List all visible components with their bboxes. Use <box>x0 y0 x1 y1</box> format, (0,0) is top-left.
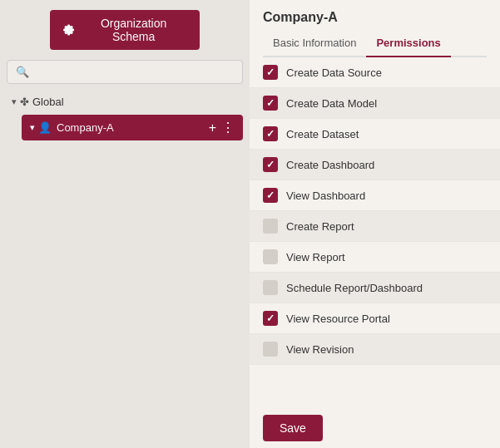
checkbox-0[interactable] <box>263 65 278 80</box>
company-label: Company-A <box>57 121 114 134</box>
company-chevron-icon: ▾ <box>30 122 35 133</box>
checkbox-4[interactable] <box>263 188 278 203</box>
perm-label-9: View Revision <box>286 343 354 356</box>
checkbox-7[interactable] <box>263 280 278 295</box>
left-panel: Organization Schema ▾ ✤ Global ▾ 👤 Compa… <box>0 0 250 448</box>
perm-row-1: Create Data Model <box>250 88 500 119</box>
perm-label-8: View Resource Portal <box>286 313 390 325</box>
tab-permissions[interactable]: Permissions <box>366 30 450 57</box>
perm-row-8: View Resource Portal <box>250 303 500 334</box>
perm-row-5: Create Report <box>250 211 500 242</box>
checkbox-1[interactable] <box>263 96 278 111</box>
perm-label-2: Create Dataset <box>286 128 359 140</box>
perm-label-0: Create Data Source <box>286 66 382 79</box>
checkbox-5[interactable] <box>263 219 278 234</box>
tree-item-company[interactable]: ▾ 👤 Company-A + ⋮ <box>22 115 243 140</box>
save-button[interactable]: Save <box>263 415 323 441</box>
perm-row-2: Create Dataset <box>250 119 500 150</box>
tree-area: ▾ ✤ Global ▾ 👤 Company-A + ⋮ <box>7 92 243 438</box>
chevron-down-icon: ▾ <box>12 96 17 107</box>
checkbox-8[interactable] <box>263 311 278 326</box>
perm-label-4: View Dashboard <box>286 190 365 202</box>
action-icons: + ⋮ <box>209 120 235 135</box>
checkbox-9[interactable] <box>263 342 278 357</box>
perm-row-9: View Revision <box>250 334 500 365</box>
perm-row-0: Create Data Source <box>250 57 500 88</box>
tree-item-global[interactable]: ▾ ✤ Global <box>7 92 243 111</box>
company-icon: 👤 <box>38 121 52 134</box>
perm-label-7: Schedule Report/Dashboard <box>286 282 423 294</box>
tab-basic-information[interactable]: Basic Information <box>263 30 366 57</box>
add-icon[interactable]: + <box>209 121 216 135</box>
permissions-list: Create Data SourceCreate Data ModelCreat… <box>250 57 500 408</box>
perm-row-7: Schedule Report/Dashboard <box>250 273 500 303</box>
perm-label-3: Create Dashboard <box>286 159 374 171</box>
right-header: Company-A <box>250 0 500 25</box>
perm-label-6: View Report <box>286 251 345 263</box>
tabs: Basic Information Permissions <box>263 30 487 57</box>
org-schema-button[interactable]: Organization Schema <box>50 10 200 50</box>
gear-icon <box>63 24 74 36</box>
right-panel: Company-A Basic Information Permissions … <box>250 0 500 448</box>
org-schema-label: Organization Schema <box>81 17 186 43</box>
global-icon: ✤ <box>20 96 29 108</box>
perm-row-3: Create Dashboard <box>250 150 500 180</box>
perm-label-5: Create Report <box>286 220 354 233</box>
perm-row-6: View Report <box>250 242 500 273</box>
search-input[interactable] <box>7 60 243 84</box>
checkbox-6[interactable] <box>263 249 278 264</box>
checkbox-2[interactable] <box>263 126 278 141</box>
more-icon[interactable]: ⋮ <box>221 120 235 135</box>
global-label: Global <box>32 96 64 108</box>
perm-label-1: Create Data Model <box>286 97 377 110</box>
perm-row-4: View Dashboard <box>250 180 500 211</box>
page-title: Company-A <box>263 10 338 24</box>
checkbox-3[interactable] <box>263 157 278 172</box>
